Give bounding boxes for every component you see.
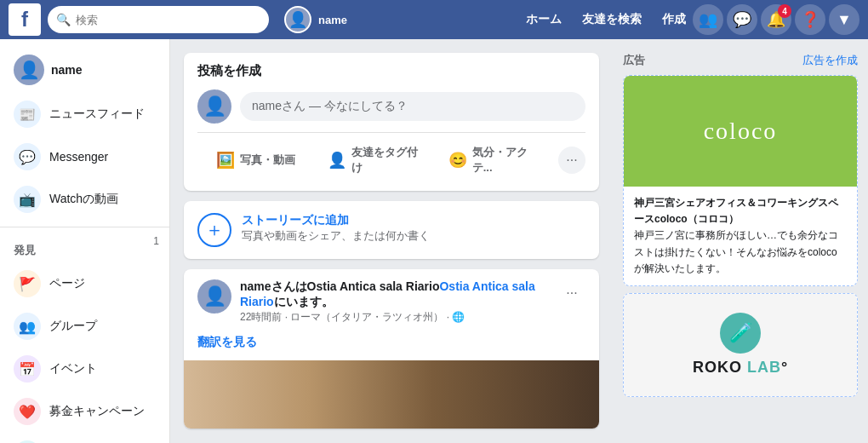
composer-avatar: 👤: [197, 89, 231, 124]
fundraiser-icon: ❤️: [14, 398, 41, 425]
tag-label: 友達をタグ付け: [351, 145, 424, 175]
topnav-friends-link[interactable]: 友達を検索: [582, 12, 642, 27]
post-composer: 投稿を作成 👤 nameさん — 今なにしてる？ 🖼️ 写真・動画 👤 友達をタ…: [184, 53, 599, 191]
sidebar-item-events[interactable]: 📅 イベント: [3, 348, 166, 389]
fundraiser-label: 募金キャンペーン: [49, 404, 145, 419]
watch-label: Watchの動画: [49, 192, 118, 207]
newsfeed-icon: 📰: [14, 101, 41, 128]
post-location-prefix: さんはOstia Antica sala Riario: [271, 279, 440, 293]
notification-badge: 4: [778, 4, 791, 18]
post-header: 👤 nameさんはOstia Antica sala RiarioOstia A…: [184, 269, 599, 335]
tag-icon: 👤: [328, 151, 346, 170]
sidebar-item-pages[interactable]: 🚩 ページ: [3, 263, 166, 304]
messenger-icon-btn[interactable]: 💬: [727, 4, 757, 35]
ad-image-roko[interactable]: 🧪 ROKO LAB°: [624, 294, 857, 396]
top-navigation: f 🔍 👤 name ホーム 友達を検索 作成 👥 💬 🔔 4 ❓ ▼: [0, 0, 868, 39]
messenger-label: Messenger: [49, 150, 108, 164]
composer-text-input[interactable]: nameさん — 今なにしてる？: [240, 92, 585, 121]
story-subtitle: 写真や動画をシェア、または何か書く: [242, 228, 430, 244]
post-time: 22時間前 · ローマ（イタリア・ラツィオ州） · 🌐: [240, 310, 550, 325]
main-content: 投稿を作成 👤 nameさん — 今なにしてる？ 🖼️ 写真・動画 👤 友達をタ…: [170, 39, 613, 443]
post-timeago: 22時間前: [240, 311, 282, 323]
post-avatar: 👤: [197, 279, 231, 314]
ad-text-1: 神戸三宮シェアオフィス＆コワーキングスペースcoloco（コロコ） 神戸三ノ宮に…: [624, 187, 857, 285]
ad-title: 広告: [623, 53, 645, 68]
sidebar-user[interactable]: 👤 name: [3, 48, 166, 92]
ad-header: 広告 広告を作成: [623, 53, 858, 68]
topnav-links: ホーム 友達を検索 作成: [526, 12, 686, 27]
photo-icon: 🖼️: [216, 151, 235, 170]
notifications-icon-btn[interactable]: 🔔 4: [761, 4, 791, 35]
sidebar-item-watch[interactable]: 📺 Watchの動画: [3, 179, 166, 220]
topnav-create-link[interactable]: 作成: [662, 12, 686, 27]
post-image: [184, 360, 599, 429]
sidebar-item-fundraiser[interactable]: ❤️ 募金キャンペーン: [3, 391, 166, 432]
ad-desc-1: 神戸三ノ宮に事務所がほしい…でも余分なコストは掛けたくない！そんなお悩みをcol…: [634, 229, 838, 273]
story-text: ストーリーズに追加 写真や動画をシェア、または何か書く: [242, 213, 430, 244]
composer-more-btn[interactable]: ···: [558, 147, 585, 174]
translate-btn[interactable]: 翻訳を見る: [184, 335, 599, 360]
search-bar[interactable]: 🔍: [48, 6, 269, 33]
sidebar-item-newsfeed[interactable]: 📰 ニュースフィード 1: [3, 94, 166, 135]
composer-input-row: 👤 nameさん — 今なにしてる？: [197, 89, 585, 124]
ad-card-1: coloco 神戸三宮シェアオフィス＆コワーキングスペースcoloco（コロコ）…: [623, 75, 858, 286]
topnav-user[interactable]: 👤 name: [284, 6, 347, 33]
left-sidebar: 👤 name 📰 ニュースフィード 1 💬 Messenger 📺 Watchの…: [0, 39, 170, 443]
post-location-suffix: にいます。: [274, 295, 334, 308]
watch-icon: 📺: [14, 186, 41, 213]
topnav-username: name: [318, 14, 347, 26]
post-location-detail: ローマ（イタリア・ラツィオ州）: [290, 311, 443, 323]
post-username: name: [240, 279, 271, 293]
events-icon: 📅: [14, 355, 41, 383]
page-number: 1: [153, 235, 159, 247]
people-icon-btn[interactable]: 👥: [693, 4, 723, 35]
sidebar-item-groups[interactable]: 👥 グループ: [3, 306, 166, 347]
sidebar-divider: [0, 227, 169, 227]
ad-name-1: 神戸三宮シェアオフィス＆コワーキングスペースcoloco（コロコ）: [634, 197, 838, 225]
story-add-icon: ＋: [197, 213, 231, 247]
pages-label: ページ: [49, 276, 85, 291]
sidebar-username: name: [51, 63, 83, 77]
post-more-btn[interactable]: ···: [558, 279, 585, 307]
topnav-avatar: 👤: [284, 6, 311, 33]
mood-icon: 😊: [448, 151, 467, 170]
roko-icon: 🧪: [720, 313, 761, 354]
post-card: 👤 nameさんはOstia Antica sala RiarioOstia A…: [184, 269, 599, 429]
settings-icon-btn[interactable]: ▼: [829, 4, 859, 35]
sidebar-item-messenger[interactable]: 💬 Messenger: [3, 136, 166, 177]
right-sidebar: 広告 広告を作成 coloco 神戸三宮シェアオフィス＆コワーキングスペースco…: [613, 39, 868, 443]
composer-title: 投稿を作成: [197, 63, 585, 79]
messenger-icon: 💬: [14, 143, 41, 170]
ad-image-coloco[interactable]: coloco: [624, 76, 857, 187]
sidebar-item-games[interactable]: 🎮 ゲーム: [3, 434, 166, 443]
topnav-icons: 👥 💬 🔔 4 ❓ ▼: [693, 4, 859, 35]
discover-section-title: 発見: [0, 234, 169, 262]
mood-btn[interactable]: 😊 気分・アクテ...: [438, 140, 555, 181]
composer-actions: 🖼️ 写真・動画 👤 友達をタグ付け 😊 気分・アクテ... ···: [197, 140, 585, 181]
topnav-home-link[interactable]: ホーム: [526, 12, 562, 27]
search-icon: 🔍: [56, 13, 71, 26]
facebook-logo[interactable]: f: [9, 3, 41, 36]
newsfeed-label: ニュースフィード: [49, 106, 145, 122]
story-title: ストーリーズに追加: [242, 213, 430, 228]
roko-logo-text: ROKO LAB°: [693, 359, 788, 377]
photo-video-label: 写真・動画: [240, 152, 295, 168]
ad-create-link[interactable]: 広告を作成: [802, 53, 858, 68]
search-input[interactable]: [76, 14, 246, 26]
tag-friends-btn[interactable]: 👤 友達をタグ付け: [317, 140, 434, 181]
story-card[interactable]: ＋ ストーリーズに追加 写真や動画をシェア、または何か書く: [184, 201, 599, 259]
groups-label: グループ: [49, 319, 97, 334]
photo-video-btn[interactable]: 🖼️ 写真・動画: [197, 146, 314, 175]
composer-divider: [197, 132, 585, 133]
pages-icon: 🚩: [14, 270, 41, 297]
ad-section: 広告 広告を作成 coloco 神戸三宮シェアオフィス＆コワーキングスペースco…: [623, 53, 858, 397]
post-author: nameさんはOstia Antica sala RiarioOstia Ant…: [240, 279, 550, 310]
post-meta: nameさんはOstia Antica sala RiarioOstia Ant…: [240, 279, 550, 325]
sidebar-user-avatar: 👤: [14, 55, 44, 85]
help-icon-btn[interactable]: ❓: [795, 4, 825, 35]
ad-card-2: 🧪 ROKO LAB°: [623, 293, 858, 397]
events-label: イベント: [49, 361, 97, 377]
groups-icon: 👥: [14, 313, 41, 340]
coloco-logo: coloco: [704, 118, 778, 145]
mood-label: 気分・アクテ...: [472, 145, 545, 175]
